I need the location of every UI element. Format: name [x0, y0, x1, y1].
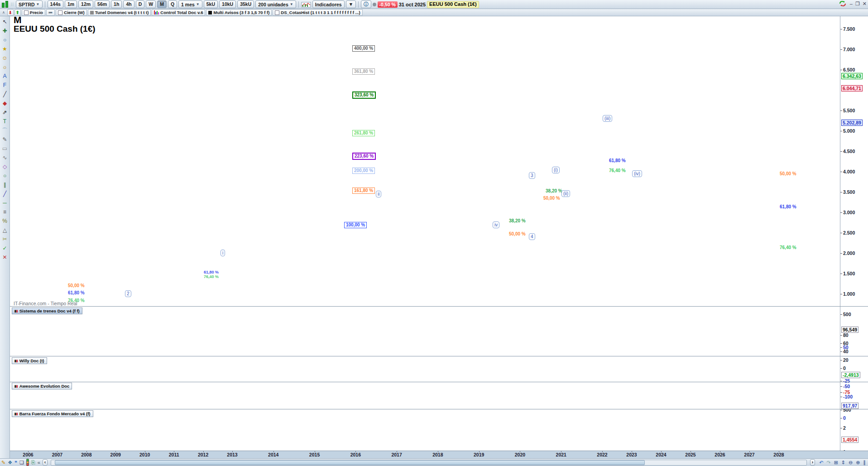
instrument-label[interactable]: EEUU 500 Cash (1€) [427, 1, 479, 8]
wave-annotation[interactable]: (iii) [603, 115, 612, 122]
price-up-alert-icon[interactable]: ⬆ [14, 9, 21, 16]
arrow-up-icon[interactable]: ⇗ [1, 108, 9, 116]
redo-icon[interactable]: ↷ [826, 459, 830, 466]
fib-level-label[interactable]: 400,00 % [352, 45, 375, 52]
units-selector[interactable]: 200 unidades▼ [255, 0, 296, 8]
red-shape-icon[interactable]: ◆ [1, 99, 9, 107]
zoom-in-icon[interactable]: ⊕ [856, 459, 860, 466]
fib-level-label[interactable]: 323,60 % [352, 91, 376, 99]
flag-icon[interactable]: F [1, 81, 9, 89]
scroll-left-button[interactable]: ‹ [43, 459, 48, 466]
overlay-toggle-2[interactable]: ≔ [46, 9, 55, 16]
percent-icon[interactable]: % [1, 217, 9, 225]
wave-annotation[interactable]: 2 [125, 290, 131, 297]
panel-header-2[interactable]: ▮▮Willy Doc (t) [12, 357, 47, 364]
chart-page-icon[interactable]: ⎘ [31, 459, 35, 466]
crosshair-icon[interactable]: ✚ [1, 27, 9, 35]
ellipse-icon[interactable]: ◇ [1, 163, 9, 171]
wave-annotation[interactable]: 3 [529, 172, 535, 179]
wave-annotation[interactable]: i [221, 250, 225, 256]
refresh-icon[interactable] [838, 0, 847, 7]
text-icon[interactable]: T [1, 117, 9, 125]
overlay-toggle-6[interactable]: Multi Avisos (3 f 3 1,5 70 f f) [206, 9, 272, 16]
wave-annotation[interactable]: (iv) [632, 170, 642, 177]
wave-icon[interactable]: ∿ [1, 154, 9, 162]
retracement-label[interactable]: 100,00 % [344, 222, 367, 228]
fib-level-label[interactable]: 261,80 % [352, 130, 375, 136]
panel-separator[interactable] [10, 306, 868, 307]
retracement-label[interactable]: 76,40 % [204, 274, 219, 279]
minimize-button[interactable]: – [850, 0, 853, 7]
hline-icon[interactable]: ─ [1, 199, 9, 207]
retracement-label[interactable]: 50,00 % [509, 231, 526, 236]
star-icon[interactable]: ★ [1, 45, 9, 53]
circle-icon[interactable]: ○ [1, 172, 9, 180]
scissors-icon[interactable]: ✂ [1, 235, 9, 243]
chart-add-icon[interactable]: ⊞ [834, 459, 838, 466]
chart-scrollbar[interactable] [51, 460, 806, 466]
close-button[interactable]: ✕ [863, 0, 867, 7]
pencil-icon[interactable]: ✎ [1, 459, 5, 466]
fib-level-label[interactable]: 361,80 % [352, 68, 375, 75]
panel-separator[interactable] [10, 382, 868, 382]
fib-level-label[interactable]: 223,60 % [352, 153, 376, 160]
fib-level-label[interactable]: 161,80 % [352, 187, 375, 194]
news-icon[interactable]: ❏ [19, 459, 24, 466]
segment-icon[interactable]: ╱ [1, 90, 9, 98]
wave-annotation[interactable]: (i) [552, 167, 560, 173]
scrollbar-thumb[interactable] [55, 460, 645, 465]
ticks-button-10ku[interactable]: 10kU [219, 0, 236, 8]
chart-area[interactable] [10, 16, 840, 458]
zoom-fit-icon[interactable]: ⇕ [841, 459, 845, 466]
timeframe-button-1m[interactable]: 1m [65, 0, 77, 8]
overlay-toggle-3[interactable]: Cierre (W) [56, 9, 86, 16]
period-selector[interactable]: 1 mes▼ [178, 0, 202, 8]
retracement-label[interactable]: 76,40 % [780, 245, 796, 250]
timeframe-button-w[interactable]: W [146, 0, 156, 8]
timeframe-button-m[interactable]: M [157, 0, 167, 8]
restore-button[interactable]: ❐ [855, 0, 860, 7]
overlay-toggle-4[interactable]: Tunel Domenec v4 (t t t t t) [88, 9, 151, 16]
retracement-label[interactable]: 76,40 % [68, 298, 85, 303]
panel-separator[interactable] [10, 356, 868, 356]
zoom-icon[interactable]: ○ [1, 36, 9, 44]
retracement-label[interactable]: 38,20 % [546, 188, 562, 193]
timeframe-button-56m[interactable]: 56m [95, 0, 110, 8]
retracement-label[interactable]: 50,00 % [780, 171, 796, 176]
spacing-icon[interactable]: ∥ [863, 459, 866, 466]
retracement-label[interactable]: 50,00 % [543, 196, 560, 201]
retracement-label[interactable]: 61,80 % [609, 158, 626, 163]
retracement-label[interactable]: 61,80 % [780, 204, 796, 209]
close-icon[interactable]: ✕ [1, 253, 9, 261]
check-icon[interactable]: ✓ [1, 244, 9, 252]
traffic-light-icon[interactable] [26, 459, 29, 466]
timeframe-button-144s[interactable]: 144s [48, 0, 63, 8]
panel-header-4[interactable]: ▮▮Barra Fuerza Fondo Mercado v4 (f) [12, 410, 93, 417]
pointer-icon[interactable]: ↖ [1, 18, 9, 26]
timeframe-button-d[interactable]: D [136, 0, 145, 8]
wave-annotation[interactable]: iv [493, 221, 499, 228]
toolbar-grip[interactable]: ⁞⁞ [11, 2, 14, 7]
timeframe-button-q[interactable]: Q [168, 0, 177, 8]
smiley-icon[interactable]: ☺ [1, 54, 9, 62]
anchor-icon[interactable]: ⌒ [1, 126, 9, 135]
wave-annotation[interactable]: ii [376, 191, 381, 197]
overlay-toggle-7[interactable]: DS_CotasHist (1 t t t 3 1 1 f f f f f f … [273, 9, 362, 16]
ruler-icon[interactable]: ▭ [1, 144, 9, 153]
retracement-label[interactable]: 61,80 % [68, 290, 85, 295]
panel-separator[interactable] [10, 409, 868, 409]
retracement-label[interactable]: 76,40 % [609, 168, 626, 173]
timeframe-button-12m[interactable]: 12m [78, 0, 93, 8]
ticks-button-35ku[interactable]: 35kU [237, 0, 254, 8]
retracement-label[interactable]: 50,00 % [68, 283, 85, 288]
triangle-icon[interactable]: △ [1, 226, 9, 234]
timeframe-button-1h[interactable]: 1h [111, 0, 122, 8]
info-button[interactable]: ⓘ [361, 0, 371, 8]
comment-icon[interactable]: ❝ [14, 459, 17, 466]
indicators-dropdown-button[interactable]: ▼ [346, 0, 356, 8]
fib-icon[interactable]: ≡ [1, 208, 9, 216]
time-axis[interactable]: 2006200720082009201020112012201320142015… [10, 451, 868, 459]
indicators-button[interactable]: Indicadores [312, 0, 345, 8]
cursor-a-icon[interactable]: A [1, 72, 9, 80]
instrument-selector[interactable]: SPTRD▼ [16, 0, 43, 8]
